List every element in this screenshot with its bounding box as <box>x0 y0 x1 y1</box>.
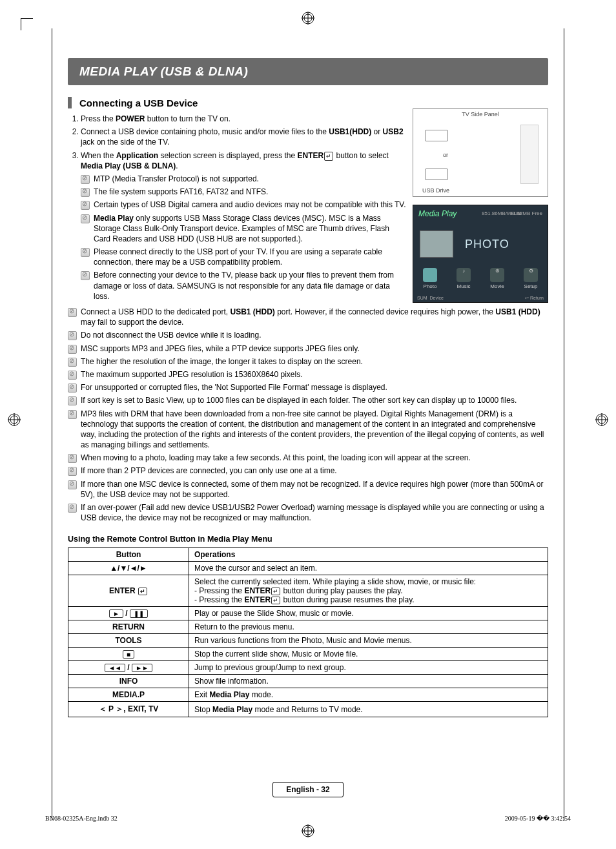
note: Media Play only supports USB Mass Storag… <box>81 213 406 245</box>
or-label: or <box>443 152 448 158</box>
note: The higher the resolution of the image, … <box>68 356 548 367</box>
crop-mark <box>21 18 33 30</box>
play-icon: ► <box>109 609 123 618</box>
enter-icon: ↵ <box>138 588 147 595</box>
usb-plug-icon <box>425 130 448 141</box>
remote-heading: Using the Remote Control Button in Media… <box>68 535 548 544</box>
note: The maximum supported JPEG resolution is… <box>68 369 548 380</box>
op: Exit Media Play mode. <box>189 688 548 702</box>
op: Jump to previous group/Jump to next grou… <box>189 661 548 675</box>
next-icon: ►► <box>132 664 152 672</box>
op: Select the currently selected item. Whil… <box>189 575 548 607</box>
subsection-title: Connecting a USB Device <box>79 97 198 108</box>
btn-stop: ■ <box>68 648 189 661</box>
op: Stop Media Play mode and Returns to TV m… <box>189 702 548 717</box>
op: Play or pause the Slide Show, music or m… <box>189 607 548 620</box>
note: If sort key is set to Basic View, up to … <box>68 395 548 405</box>
note: If an over-power (Fail add new device US… <box>68 502 548 523</box>
movie-icon: ⊛ <box>490 268 504 282</box>
page-footer: English - 32 <box>0 782 616 797</box>
media-tab-music: ♪Music <box>457 268 471 289</box>
btn-info: INFO <box>68 675 189 688</box>
col-operations: Operations <box>189 548 548 562</box>
note: If more than 2 PTP devices are connected… <box>68 465 548 476</box>
enter-icon: ↵ <box>324 152 333 161</box>
prev-icon: ◄◄ <box>105 664 125 672</box>
enter-icon: ↵ <box>271 597 280 604</box>
step-1: Press the POWER button to turn the TV on… <box>81 114 406 124</box>
registration-mark-top <box>302 12 314 25</box>
cut-line-right <box>564 28 564 821</box>
btn-exit: ＜ P ＞, EXIT, TV <box>68 702 189 717</box>
section-header: MEDIA PLAY (USB & DLNA) <box>68 58 548 85</box>
op: Stop the current slide show, Music or Mo… <box>189 648 548 661</box>
media-play-screenshot: Media Play SUM 851.86MB/993.02MB Free PH… <box>413 205 548 303</box>
note: MTP (Media Transfer Protocol) is not sup… <box>81 174 406 184</box>
step-3: When the Application selection screen is… <box>81 150 406 302</box>
registration-mark-left <box>8 413 21 426</box>
doc-id: BN68-02325A-Eng.indb 32 <box>45 815 118 822</box>
note: For unsupported or corrupted files, the … <box>68 382 548 393</box>
photo-big-label: PHOTO <box>465 238 509 251</box>
usb-drive-label: USB Drive <box>422 187 449 194</box>
op: Return to the previous menu. <box>189 620 548 634</box>
tv-port-strip <box>520 125 539 184</box>
device-free-label: 851.86MB/993.02MB Free <box>482 210 542 216</box>
btn-tools: TOOLS <box>68 634 189 648</box>
photo-thumbnail <box>420 230 453 258</box>
note: MSC supports MP3 and JPEG files, while a… <box>68 343 548 354</box>
music-icon: ♪ <box>457 268 471 282</box>
registration-mark-right <box>595 413 608 426</box>
btn-play-pause: ► / ❚❚ <box>68 607 189 620</box>
remote-buttons-table: Button Operations ▲/▼/◄/►Move the cursor… <box>68 547 548 717</box>
notes-continued: Connect a USB HDD to the dedicated port,… <box>68 307 548 523</box>
note: Before connecting your device to the TV,… <box>81 270 406 302</box>
note: Connect a USB HDD to the dedicated port,… <box>68 307 548 327</box>
note: MP3 files with DRM that have been downlo… <box>68 409 548 451</box>
registration-mark-bottom <box>302 824 314 837</box>
note: If more than one MSC device is connected… <box>68 479 548 500</box>
btn-skip: ◄◄ / ►► <box>68 661 189 675</box>
pause-icon: ❚❚ <box>130 609 148 618</box>
usb-plug-icon <box>425 169 448 180</box>
media-tab-setup: ⚙Setup <box>524 268 538 289</box>
print-timestamp: 2009-05-19 �� 3:42:54 <box>505 815 571 822</box>
btn-return: RETURN <box>68 620 189 634</box>
btn-enter: ENTER ↵ <box>68 575 189 607</box>
stop-icon: ■ <box>123 650 134 659</box>
page-number: English - 32 <box>272 782 343 797</box>
op: Show file information. <box>189 675 548 688</box>
step-2: Connect a USB device containing photo, m… <box>81 127 406 147</box>
col-button: Button <box>68 548 189 562</box>
subsection-bar <box>68 97 72 108</box>
note: The file system supports FAT16, FAT32 an… <box>81 187 406 197</box>
note: Please connect directly to the USB port … <box>81 247 406 267</box>
tv-panel-label: TV Side Panel <box>413 111 548 118</box>
steps-list: Press the POWER button to turn the TV on… <box>68 114 406 302</box>
media-tab-photo: Photo <box>423 268 437 289</box>
note: Do not disconnect the USB device while i… <box>68 330 548 340</box>
enter-icon: ↵ <box>271 588 280 595</box>
btn-mediap: MEDIA.P <box>68 688 189 702</box>
tv-side-panel-diagram: TV Side Panel or USB Drive <box>413 108 548 197</box>
btn-arrows: ▲/▼/◄/► <box>68 562 189 575</box>
cut-line-left <box>52 28 52 821</box>
op: Run various functions from the Photo, Mu… <box>189 634 548 648</box>
op: Move the cursor and select an item. <box>189 562 548 575</box>
gear-icon: ⚙ <box>524 268 538 282</box>
note: When moving to a photo, loading may take… <box>68 453 548 463</box>
note: Certain types of USB Digital camera and … <box>81 199 406 210</box>
media-tab-movie: ⊛Movie <box>490 268 504 289</box>
